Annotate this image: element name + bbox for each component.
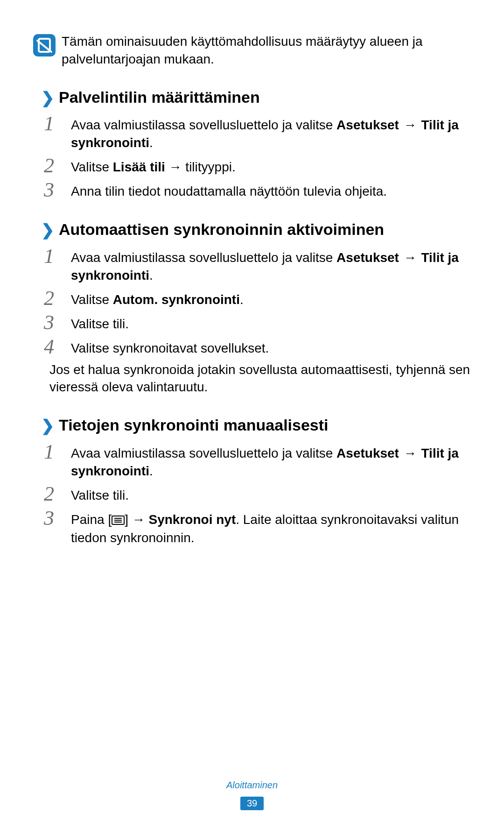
text: . <box>149 268 153 283</box>
step-number: 1 <box>44 113 71 134</box>
step-number: 2 <box>44 484 71 504</box>
arrow-icon: → <box>399 118 421 132</box>
step-row: 4 Valitse synkronoitavat sovellukset. <box>44 337 471 357</box>
step-text: Paina [] → Synkronoi nyt. Laite aloittaa… <box>71 508 471 547</box>
section-title: Tietojen synkronointi manuaalisesti <box>59 415 329 436</box>
step-text: Valitse tili. <box>71 312 471 333</box>
section-manual-sync: ❯ Tietojen synkronointi manuaalisesti 1 … <box>33 415 471 547</box>
section-heading: ❯ Automaattisen synkronoinnin aktivoimin… <box>41 219 471 240</box>
step-text: Valitse synkronoitavat sovellukset. <box>71 337 471 357</box>
arrow-icon: → <box>399 250 421 265</box>
text: . <box>240 292 244 307</box>
page-footer: Aloittaminen 39 <box>0 779 504 811</box>
text: → tilityyppi. <box>165 160 236 174</box>
step-text: Valitse Lisää tili → tilityyppi. <box>71 156 471 176</box>
text-bold: Asetukset <box>336 250 399 265</box>
step-text: Avaa valmiustilassa sovellusluettelo ja … <box>71 113 471 152</box>
step-number: 1 <box>44 246 71 267</box>
chevron-icon: ❯ <box>41 90 54 106</box>
step-text: Valitse tili. <box>71 484 471 504</box>
text: ] → <box>125 512 148 527</box>
step-number: 1 <box>44 442 71 462</box>
step-number: 3 <box>44 312 71 333</box>
text: Paina [ <box>71 512 112 527</box>
page-content: Tämän ominaisuuden käyttömahdollisuus mä… <box>0 0 504 547</box>
note-text: Tämän ominaisuuden käyttömahdollisuus mä… <box>62 33 471 68</box>
step-number: 4 <box>44 337 71 357</box>
arrow-icon: → <box>399 446 421 460</box>
menu-icon <box>112 512 125 530</box>
step-row: 1 Avaa valmiustilassa sovellusluettelo j… <box>44 246 471 284</box>
step-text: Avaa valmiustilassa sovellusluettelo ja … <box>71 246 471 284</box>
text-bold: Asetukset <box>336 118 399 132</box>
text-bold: Asetukset <box>336 446 399 460</box>
step-row: 3 Anna tilin tiedot noudattamalla näyttö… <box>44 180 471 200</box>
text: Avaa valmiustilassa sovellusluettelo ja … <box>71 250 336 265</box>
text: Valitse <box>71 292 113 307</box>
step-number: 2 <box>44 288 71 309</box>
step-number: 2 <box>44 156 71 176</box>
note-icon <box>33 34 56 57</box>
section-heading: ❯ Tietojen synkronointi manuaalisesti <box>41 415 471 436</box>
step-text: Avaa valmiustilassa sovellusluettelo ja … <box>71 442 471 480</box>
text: Avaa valmiustilassa sovellusluettelo ja … <box>71 446 336 460</box>
section-title: Automaattisen synkronoinnin aktivoiminen <box>59 219 384 240</box>
footer-section-label: Aloittaminen <box>0 779 504 792</box>
step-number: 3 <box>44 180 71 200</box>
step-row: 3 Valitse tili. <box>44 312 471 333</box>
text: . <box>149 464 153 478</box>
step-row: 1 Avaa valmiustilassa sovellusluettelo j… <box>44 442 471 480</box>
chevron-icon: ❯ <box>41 222 54 238</box>
section-title: Palvelintilin määrittäminen <box>59 87 260 108</box>
section-auto-sync: ❯ Automaattisen synkronoinnin aktivoimin… <box>33 219 471 396</box>
step-text: Valitse Autom. synkronointi. <box>71 288 471 309</box>
step-row: 2 Valitse tili. <box>44 484 471 504</box>
text-bold: Autom. synkronointi <box>113 292 240 307</box>
page-number: 39 <box>240 797 264 810</box>
text: Avaa valmiustilassa sovellusluettelo ja … <box>71 118 336 132</box>
step-row: 3 Paina [] → Synkronoi nyt. Laite aloitt… <box>44 508 471 547</box>
section-heading: ❯ Palvelintilin määrittäminen <box>41 87 471 108</box>
body-paragraph: Jos et halua synkronoida jotakin sovellu… <box>49 361 471 396</box>
step-number: 3 <box>44 508 71 529</box>
text-bold: Synkronoi nyt <box>149 512 236 527</box>
step-row: 2 Valitse Lisää tili → tilityyppi. <box>44 156 471 176</box>
step-text: Anna tilin tiedot noudattamalla näyttöön… <box>71 180 471 200</box>
text: Valitse <box>71 160 113 174</box>
text-bold: Lisää tili <box>113 160 165 174</box>
chevron-icon: ❯ <box>41 417 54 433</box>
step-row: 1 Avaa valmiustilassa sovellusluettelo j… <box>44 113 471 152</box>
step-row: 2 Valitse Autom. synkronointi. <box>44 288 471 309</box>
section-server-account: ❯ Palvelintilin määrittäminen 1 Avaa val… <box>33 87 471 200</box>
note-callout: Tämän ominaisuuden käyttömahdollisuus mä… <box>33 33 471 68</box>
text: . <box>149 135 153 150</box>
